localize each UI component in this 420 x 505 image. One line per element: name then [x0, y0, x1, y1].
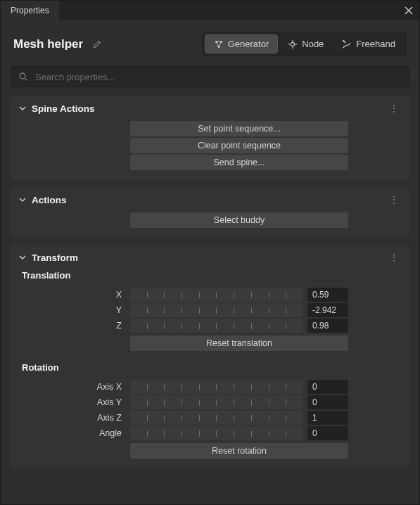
rotation-axis-z-value[interactable]: 1	[307, 411, 348, 425]
field-label: Axis X	[22, 382, 126, 392]
set-point-sequence-button[interactable]: Set point sequence...	[130, 121, 348, 136]
search-icon	[18, 72, 28, 82]
page-title: Mesh helper	[13, 37, 83, 51]
mode-label: Freehand	[356, 39, 395, 49]
close-icon	[405, 6, 413, 15]
tab-label: Properties	[11, 6, 49, 15]
translation-y-field: Y -2.942	[18, 303, 402, 317]
field-label: Axis Z	[22, 413, 126, 423]
mode-freehand-button[interactable]: Freehand	[333, 34, 404, 53]
generator-icon	[214, 39, 224, 49]
rotation-heading: Rotation	[22, 362, 402, 373]
rotation-axis-x-field: Axis X 0	[18, 380, 402, 394]
properties-panel: Properties Mesh helper Generator Node	[0, 0, 420, 505]
edit-icon[interactable]	[93, 39, 102, 49]
rotation-axis-y-slider[interactable]	[130, 395, 303, 409]
translation-x-slider[interactable]	[130, 288, 303, 302]
close-button[interactable]	[398, 1, 419, 20]
section-menu-button[interactable]: ⋮	[386, 103, 402, 114]
properties-scroll[interactable]: Spine Actions ⋮ Set point sequence... Cl…	[11, 96, 414, 497]
field-label: X	[22, 290, 126, 300]
translation-z-value[interactable]: 0.98	[307, 319, 348, 333]
mode-toggle-group: Generator Node Freehand	[202, 32, 407, 56]
panel-header: Mesh helper Generator Node Freehand	[1, 20, 419, 66]
mode-node-button[interactable]: Node	[279, 34, 332, 53]
tab-properties[interactable]: Properties	[1, 1, 59, 20]
search-input[interactable]	[34, 71, 402, 83]
section-spine-actions: Spine Actions ⋮ Set point sequence... Cl…	[11, 96, 409, 180]
reset-translation-button[interactable]: Reset translation	[130, 335, 348, 351]
translation-z-field: Z 0.98	[18, 319, 402, 333]
translation-x-value[interactable]: 0.59	[307, 288, 348, 302]
mode-label: Generator	[228, 39, 269, 49]
translation-y-slider[interactable]	[130, 303, 303, 317]
translation-x-field: X 0.59	[18, 288, 402, 302]
chevron-down-icon[interactable]	[18, 254, 27, 261]
field-label: Angle	[22, 428, 126, 438]
svg-point-4	[20, 73, 25, 79]
rotation-axis-x-slider[interactable]	[130, 380, 303, 394]
field-label: Z	[22, 321, 126, 331]
mode-generator-button[interactable]: Generator	[205, 34, 279, 53]
select-buddy-button[interactable]: Select buddy	[130, 212, 348, 228]
rotation-axis-z-slider[interactable]	[130, 411, 303, 425]
svg-point-3	[291, 42, 295, 46]
field-label: Y	[22, 305, 126, 315]
section-transform: Transform ⋮ Translation X 0.59 Y -2.942	[11, 245, 409, 467]
freehand-icon	[342, 39, 352, 49]
section-actions: Actions ⋮ Select buddy	[11, 187, 409, 238]
rotation-axis-x-value[interactable]: 0	[307, 380, 348, 394]
chevron-down-icon[interactable]	[18, 105, 27, 112]
section-menu-button[interactable]: ⋮	[386, 252, 402, 263]
search-field[interactable]	[11, 66, 409, 87]
field-label: Axis Y	[22, 397, 126, 407]
rotation-axis-y-field: Axis Y 0	[18, 395, 402, 409]
translation-z-slider[interactable]	[130, 319, 303, 333]
rotation-angle-value[interactable]: 0	[307, 426, 348, 440]
section-menu-button[interactable]: ⋮	[386, 194, 402, 205]
section-title: Spine Actions	[32, 103, 95, 114]
chevron-down-icon[interactable]	[18, 196, 27, 203]
send-spine-button[interactable]: Send spine...	[130, 155, 348, 170]
section-title: Transform	[32, 252, 78, 263]
tab-bar: Properties	[1, 1, 419, 20]
clear-point-sequence-button[interactable]: Clear point sequence	[130, 138, 348, 153]
section-title: Actions	[32, 195, 67, 205]
rotation-angle-slider[interactable]	[130, 426, 303, 440]
reset-rotation-button[interactable]: Reset rotation	[130, 443, 348, 459]
rotation-axis-y-value[interactable]: 0	[307, 395, 348, 409]
rotation-axis-z-field: Axis Z 1	[18, 411, 402, 425]
translation-y-value[interactable]: -2.942	[307, 303, 348, 317]
translation-heading: Translation	[22, 270, 402, 281]
rotation-angle-field: Angle 0	[18, 426, 402, 440]
mode-label: Node	[302, 39, 324, 49]
node-icon	[288, 39, 298, 49]
